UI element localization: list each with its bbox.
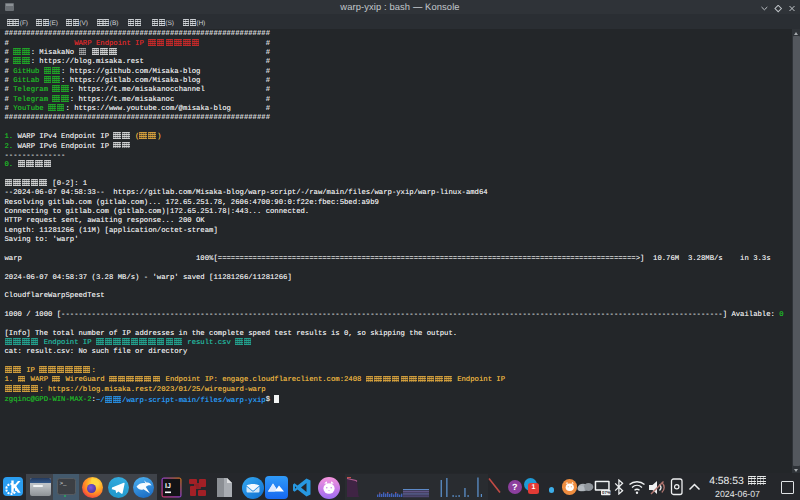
svg-text:07%: 07%: [602, 490, 611, 495]
svg-text:IJ: IJ: [165, 483, 171, 490]
